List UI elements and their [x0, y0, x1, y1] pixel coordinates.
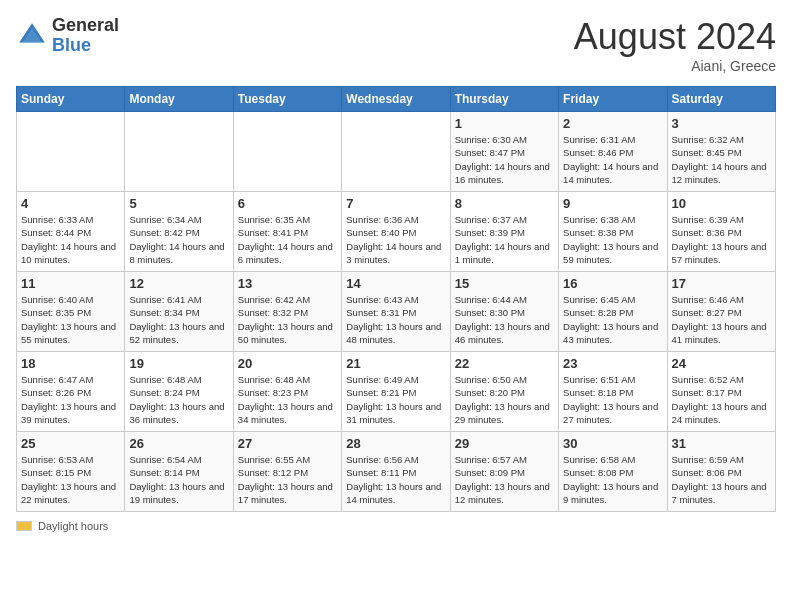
- weekday-header-thursday: Thursday: [450, 87, 558, 112]
- day-info: Sunrise: 6:50 AM Sunset: 8:20 PM Dayligh…: [455, 373, 554, 426]
- day-number: 26: [129, 436, 228, 451]
- day-info: Sunrise: 6:59 AM Sunset: 8:06 PM Dayligh…: [672, 453, 771, 506]
- day-number: 9: [563, 196, 662, 211]
- day-number: 3: [672, 116, 771, 131]
- calendar-cell: 19Sunrise: 6:48 AM Sunset: 8:24 PM Dayli…: [125, 352, 233, 432]
- weekday-header-sunday: Sunday: [17, 87, 125, 112]
- calendar-cell: [233, 112, 341, 192]
- month-year: August 2024: [574, 16, 776, 58]
- day-number: 16: [563, 276, 662, 291]
- day-number: 28: [346, 436, 445, 451]
- title-block: August 2024 Aiani, Greece: [574, 16, 776, 74]
- calendar-week-5: 25Sunrise: 6:53 AM Sunset: 8:15 PM Dayli…: [17, 432, 776, 512]
- weekday-row: SundayMondayTuesdayWednesdayThursdayFrid…: [17, 87, 776, 112]
- calendar-cell: 13Sunrise: 6:42 AM Sunset: 8:32 PM Dayli…: [233, 272, 341, 352]
- legend-label: Daylight hours: [38, 520, 108, 532]
- day-info: Sunrise: 6:39 AM Sunset: 8:36 PM Dayligh…: [672, 213, 771, 266]
- calendar-cell: 7Sunrise: 6:36 AM Sunset: 8:40 PM Daylig…: [342, 192, 450, 272]
- day-number: 18: [21, 356, 120, 371]
- calendar-week-2: 4Sunrise: 6:33 AM Sunset: 8:44 PM Daylig…: [17, 192, 776, 272]
- weekday-header-tuesday: Tuesday: [233, 87, 341, 112]
- calendar-cell: 24Sunrise: 6:52 AM Sunset: 8:17 PM Dayli…: [667, 352, 775, 432]
- page-header: General Blue August 2024 Aiani, Greece: [16, 16, 776, 74]
- calendar-cell: 16Sunrise: 6:45 AM Sunset: 8:28 PM Dayli…: [559, 272, 667, 352]
- day-number: 24: [672, 356, 771, 371]
- day-info: Sunrise: 6:32 AM Sunset: 8:45 PM Dayligh…: [672, 133, 771, 186]
- calendar-cell: 29Sunrise: 6:57 AM Sunset: 8:09 PM Dayli…: [450, 432, 558, 512]
- day-info: Sunrise: 6:51 AM Sunset: 8:18 PM Dayligh…: [563, 373, 662, 426]
- legend: Daylight hours: [16, 520, 776, 532]
- day-info: Sunrise: 6:58 AM Sunset: 8:08 PM Dayligh…: [563, 453, 662, 506]
- day-number: 11: [21, 276, 120, 291]
- day-number: 31: [672, 436, 771, 451]
- day-info: Sunrise: 6:53 AM Sunset: 8:15 PM Dayligh…: [21, 453, 120, 506]
- day-number: 17: [672, 276, 771, 291]
- location: Aiani, Greece: [574, 58, 776, 74]
- day-info: Sunrise: 6:48 AM Sunset: 8:24 PM Dayligh…: [129, 373, 228, 426]
- logo: General Blue: [16, 16, 119, 56]
- calendar-cell: 28Sunrise: 6:56 AM Sunset: 8:11 PM Dayli…: [342, 432, 450, 512]
- calendar-cell: 8Sunrise: 6:37 AM Sunset: 8:39 PM Daylig…: [450, 192, 558, 272]
- day-info: Sunrise: 6:42 AM Sunset: 8:32 PM Dayligh…: [238, 293, 337, 346]
- day-info: Sunrise: 6:37 AM Sunset: 8:39 PM Dayligh…: [455, 213, 554, 266]
- calendar-cell: 31Sunrise: 6:59 AM Sunset: 8:06 PM Dayli…: [667, 432, 775, 512]
- day-number: 22: [455, 356, 554, 371]
- day-number: 6: [238, 196, 337, 211]
- day-number: 23: [563, 356, 662, 371]
- calendar-cell: 22Sunrise: 6:50 AM Sunset: 8:20 PM Dayli…: [450, 352, 558, 432]
- day-number: 5: [129, 196, 228, 211]
- calendar-body: 1Sunrise: 6:30 AM Sunset: 8:47 PM Daylig…: [17, 112, 776, 512]
- day-info: Sunrise: 6:30 AM Sunset: 8:47 PM Dayligh…: [455, 133, 554, 186]
- calendar-cell: 26Sunrise: 6:54 AM Sunset: 8:14 PM Dayli…: [125, 432, 233, 512]
- calendar-cell: 11Sunrise: 6:40 AM Sunset: 8:35 PM Dayli…: [17, 272, 125, 352]
- legend-bar: [16, 521, 32, 531]
- day-number: 13: [238, 276, 337, 291]
- calendar-cell: 5Sunrise: 6:34 AM Sunset: 8:42 PM Daylig…: [125, 192, 233, 272]
- day-number: 15: [455, 276, 554, 291]
- calendar-cell: 9Sunrise: 6:38 AM Sunset: 8:38 PM Daylig…: [559, 192, 667, 272]
- calendar-cell: 20Sunrise: 6:48 AM Sunset: 8:23 PM Dayli…: [233, 352, 341, 432]
- calendar-cell: 12Sunrise: 6:41 AM Sunset: 8:34 PM Dayli…: [125, 272, 233, 352]
- day-number: 19: [129, 356, 228, 371]
- day-info: Sunrise: 6:45 AM Sunset: 8:28 PM Dayligh…: [563, 293, 662, 346]
- calendar-cell: 17Sunrise: 6:46 AM Sunset: 8:27 PM Dayli…: [667, 272, 775, 352]
- calendar-cell: 15Sunrise: 6:44 AM Sunset: 8:30 PM Dayli…: [450, 272, 558, 352]
- calendar-cell: [17, 112, 125, 192]
- calendar-cell: 18Sunrise: 6:47 AM Sunset: 8:26 PM Dayli…: [17, 352, 125, 432]
- weekday-header-monday: Monday: [125, 87, 233, 112]
- calendar-cell: 25Sunrise: 6:53 AM Sunset: 8:15 PM Dayli…: [17, 432, 125, 512]
- day-info: Sunrise: 6:35 AM Sunset: 8:41 PM Dayligh…: [238, 213, 337, 266]
- logo-general: General: [52, 16, 119, 36]
- day-info: Sunrise: 6:49 AM Sunset: 8:21 PM Dayligh…: [346, 373, 445, 426]
- day-info: Sunrise: 6:54 AM Sunset: 8:14 PM Dayligh…: [129, 453, 228, 506]
- calendar-header: SundayMondayTuesdayWednesdayThursdayFrid…: [17, 87, 776, 112]
- day-number: 21: [346, 356, 445, 371]
- calendar-cell: [342, 112, 450, 192]
- calendar-table: SundayMondayTuesdayWednesdayThursdayFrid…: [16, 86, 776, 512]
- day-number: 1: [455, 116, 554, 131]
- day-info: Sunrise: 6:43 AM Sunset: 8:31 PM Dayligh…: [346, 293, 445, 346]
- day-number: 29: [455, 436, 554, 451]
- day-info: Sunrise: 6:56 AM Sunset: 8:11 PM Dayligh…: [346, 453, 445, 506]
- day-number: 12: [129, 276, 228, 291]
- logo-icon: [16, 20, 48, 52]
- calendar-cell: 6Sunrise: 6:35 AM Sunset: 8:41 PM Daylig…: [233, 192, 341, 272]
- day-info: Sunrise: 6:57 AM Sunset: 8:09 PM Dayligh…: [455, 453, 554, 506]
- day-info: Sunrise: 6:47 AM Sunset: 8:26 PM Dayligh…: [21, 373, 120, 426]
- weekday-header-wednesday: Wednesday: [342, 87, 450, 112]
- calendar-week-1: 1Sunrise: 6:30 AM Sunset: 8:47 PM Daylig…: [17, 112, 776, 192]
- calendar-cell: 21Sunrise: 6:49 AM Sunset: 8:21 PM Dayli…: [342, 352, 450, 432]
- day-info: Sunrise: 6:33 AM Sunset: 8:44 PM Dayligh…: [21, 213, 120, 266]
- logo-blue: Blue: [52, 36, 119, 56]
- day-info: Sunrise: 6:52 AM Sunset: 8:17 PM Dayligh…: [672, 373, 771, 426]
- calendar-cell: 14Sunrise: 6:43 AM Sunset: 8:31 PM Dayli…: [342, 272, 450, 352]
- day-info: Sunrise: 6:46 AM Sunset: 8:27 PM Dayligh…: [672, 293, 771, 346]
- calendar-cell: 2Sunrise: 6:31 AM Sunset: 8:46 PM Daylig…: [559, 112, 667, 192]
- day-info: Sunrise: 6:38 AM Sunset: 8:38 PM Dayligh…: [563, 213, 662, 266]
- day-number: 7: [346, 196, 445, 211]
- day-info: Sunrise: 6:34 AM Sunset: 8:42 PM Dayligh…: [129, 213, 228, 266]
- day-info: Sunrise: 6:41 AM Sunset: 8:34 PM Dayligh…: [129, 293, 228, 346]
- day-number: 20: [238, 356, 337, 371]
- logo-text: General Blue: [52, 16, 119, 56]
- calendar-cell: 27Sunrise: 6:55 AM Sunset: 8:12 PM Dayli…: [233, 432, 341, 512]
